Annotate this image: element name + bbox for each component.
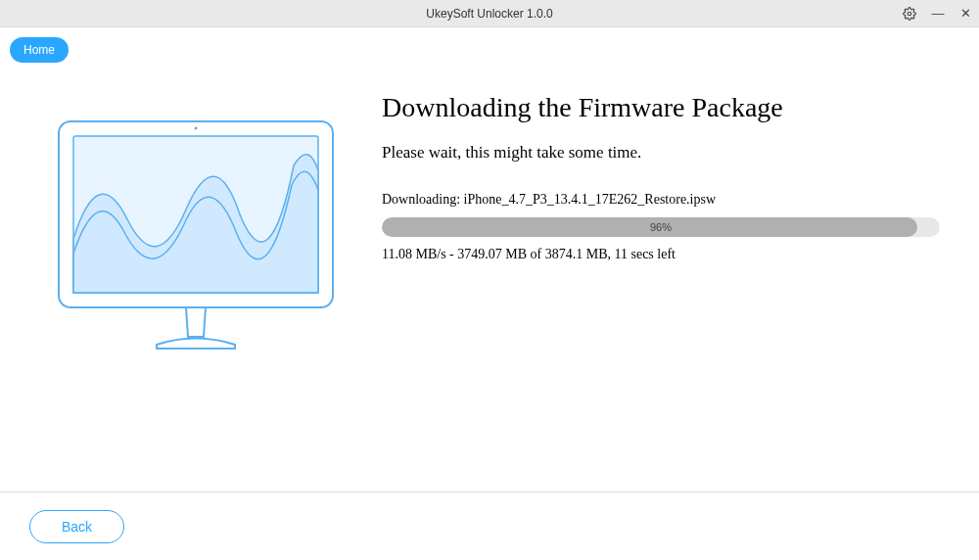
back-button[interactable]: Back: [29, 510, 124, 543]
progress-bar: 96%: [382, 217, 940, 237]
page-subtitle: Please wait, this might take some time.: [382, 143, 950, 163]
home-tab[interactable]: Home: [10, 37, 69, 63]
download-stats: 11.08 MB/s - 3749.07 MB of 3874.1 MB, 11…: [382, 247, 950, 262]
close-icon[interactable]: ✕: [957, 6, 973, 21]
title-bar: UkeySoft Unlocker 1.0.0 — ✕: [0, 0, 979, 27]
window-controls: — ✕: [903, 0, 973, 26]
settings-icon[interactable]: [903, 7, 918, 21]
footer: Back: [0, 491, 979, 560]
svg-point-0: [908, 12, 911, 16]
tab-row: Home: [0, 27, 979, 63]
progress-percent-label: 96%: [382, 217, 940, 237]
device-illustration: [29, 92, 362, 366]
content-panel: Downloading the Firmware Package Please …: [362, 92, 950, 366]
app-title: UkeySoft Unlocker 1.0.0: [426, 7, 552, 21]
page-title: Downloading the Firmware Package: [382, 92, 950, 123]
minimize-icon[interactable]: —: [930, 6, 946, 21]
svg-point-3: [195, 127, 198, 130]
download-filename: Downloading: iPhone_4.7_P3_13.4.1_17E262…: [382, 192, 950, 208]
main-content: Downloading the Firmware Package Please …: [0, 63, 979, 366]
